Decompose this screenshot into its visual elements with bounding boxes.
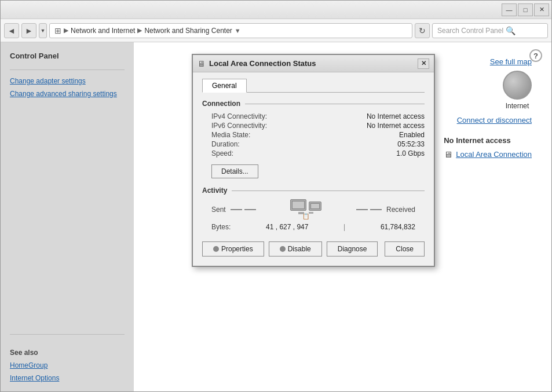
dialog-title-text: Local Area Connection Status bbox=[209, 59, 418, 68]
main-content: ? See full map Internet Connect or disco… bbox=[134, 42, 551, 391]
sidebar-divider-1 bbox=[10, 69, 125, 70]
sidebar-link-homegroup[interactable]: HomeGroup bbox=[1, 359, 134, 372]
sidebar-link-adapter[interactable]: Change adapter settings bbox=[1, 75, 134, 87]
back-button[interactable]: ◄ bbox=[4, 23, 19, 38]
local-area-connection-row: 🖥 Local Area Connection bbox=[444, 149, 532, 159]
minimize-button[interactable]: — bbox=[502, 3, 517, 16]
refresh-button[interactable]: ↻ bbox=[415, 23, 430, 38]
close-window-button[interactable]: ✕ bbox=[534, 3, 549, 16]
nav-dropdown-button[interactable]: ▼ bbox=[39, 23, 47, 38]
path-home-icon: ⊞ bbox=[54, 26, 61, 35]
path-separator-1: ▶ bbox=[64, 27, 68, 34]
connection-network-icon: 🖥 bbox=[444, 149, 452, 159]
address-bar: ◄ ► ▼ ⊞ ▶ Network and Internet ▶ Network… bbox=[1, 19, 551, 42]
duration-value: 05:52:33 bbox=[303, 140, 425, 148]
path-dropdown-icon: ▼ bbox=[235, 27, 241, 34]
see-also-title: See also bbox=[1, 339, 134, 359]
internet-label: Internet bbox=[506, 102, 529, 110]
path-part-1: Network and Internet bbox=[71, 27, 135, 35]
diagnose-button[interactable]: Diagnose bbox=[327, 241, 378, 257]
media-value: Enabled bbox=[303, 131, 425, 139]
bytes-sent-value: 41 , 627 , 947 bbox=[266, 223, 308, 231]
bytes-label: Bytes: bbox=[211, 223, 231, 231]
tab-bar: General bbox=[202, 78, 425, 93]
sent-label: Sent bbox=[211, 206, 226, 214]
section-activity-title: Activity bbox=[202, 186, 425, 195]
dialog-body: General Connection IPv4 Connectivity: No… bbox=[193, 72, 434, 266]
disable-icon bbox=[280, 246, 286, 252]
path-separator-2: ▶ bbox=[137, 27, 142, 34]
maximize-button[interactable]: □ bbox=[518, 3, 533, 16]
see-full-map-link[interactable]: See full map bbox=[490, 57, 532, 66]
ipv4-value: No Internet access bbox=[303, 112, 425, 120]
ipv6-value: No Internet access bbox=[303, 122, 425, 130]
close-dialog-button[interactable]: Close bbox=[385, 241, 425, 257]
properties-icon bbox=[213, 246, 219, 252]
bytes-row: Bytes: 41 , 627 , 947 | 61,784,832 bbox=[202, 223, 425, 231]
dialog-window-icon: 🖥 bbox=[198, 59, 206, 68]
forward-button[interactable]: ► bbox=[21, 23, 36, 38]
main-window: — □ ✕ ◄ ► ▼ ⊞ ▶ Network and Internet ▶ N… bbox=[0, 0, 552, 392]
properties-button[interactable]: Properties bbox=[202, 241, 264, 257]
section-line-connection bbox=[245, 104, 425, 104]
ipv6-label: IPv6 Connectivity: bbox=[211, 122, 298, 130]
content-area: Control Panel Change adapter settings Ch… bbox=[1, 42, 551, 391]
dialog-footer: Properties Disable Diagnose Close bbox=[202, 239, 425, 257]
bytes-received-value: 61,784,832 bbox=[381, 223, 415, 231]
address-path[interactable]: ⊞ ▶ Network and Internet ▶ Network and S… bbox=[49, 23, 412, 38]
section-connection-title: Connection bbox=[202, 100, 425, 108]
ipv4-label: IPv4 Connectivity: bbox=[211, 112, 298, 120]
sidebar-link-advanced[interactable]: Change advanced sharing settings bbox=[1, 87, 134, 100]
duration-label: Duration: bbox=[211, 140, 298, 148]
network-computers-icon: 📋 bbox=[290, 199, 321, 219]
sidebar-divider-2 bbox=[10, 334, 125, 335]
disable-button[interactable]: Disable bbox=[269, 241, 322, 257]
internet-globe-icon bbox=[503, 71, 532, 100]
search-icon: 🔍 bbox=[506, 26, 516, 35]
sent-dashes bbox=[231, 209, 256, 210]
separator-bar: | bbox=[343, 223, 345, 231]
action-buttons: Properties Disable Diagnose bbox=[202, 241, 378, 257]
title-bar-buttons: — □ ✕ bbox=[502, 3, 549, 16]
connect-disconnect-link[interactable]: Connect or disconnect bbox=[457, 116, 532, 124]
sidebar-link-internet-options[interactable]: Internet Options bbox=[1, 372, 134, 384]
tab-general[interactable]: General bbox=[202, 79, 247, 93]
local-area-connection-label[interactable]: Local Area Connection bbox=[456, 150, 532, 159]
dialog-title-bar: 🖥 Local Area Connection Status ✕ bbox=[193, 55, 434, 72]
media-label: Media State: bbox=[211, 131, 298, 139]
sidebar-spacer bbox=[1, 100, 134, 329]
path-part-2: Network and Sharing Center bbox=[144, 27, 232, 35]
title-bar: — □ ✕ bbox=[1, 1, 551, 19]
local-area-connection-status-dialog: 🖥 Local Area Connection Status ✕ General… bbox=[192, 54, 435, 267]
no-internet-text: No Internet access bbox=[444, 136, 532, 145]
help-icon[interactable]: ? bbox=[529, 49, 542, 62]
sidebar-title: Control Panel bbox=[1, 49, 134, 65]
section-line-activity bbox=[232, 190, 425, 191]
received-dashes bbox=[356, 209, 382, 210]
search-placeholder-text: Search Control Panel bbox=[437, 27, 503, 35]
search-box[interactable]: Search Control Panel 🔍 bbox=[432, 23, 548, 38]
speed-value: 1.0 Gbps bbox=[303, 149, 425, 157]
speed-label: Speed: bbox=[211, 149, 298, 157]
connection-info-grid: IPv4 Connectivity: No Internet access IP… bbox=[202, 112, 425, 157]
received-label: Received bbox=[386, 206, 415, 214]
sidebar: Control Panel Change adapter settings Ch… bbox=[1, 42, 134, 391]
details-button[interactable]: Details... bbox=[211, 164, 258, 178]
dialog-close-button[interactable]: ✕ bbox=[418, 58, 429, 69]
